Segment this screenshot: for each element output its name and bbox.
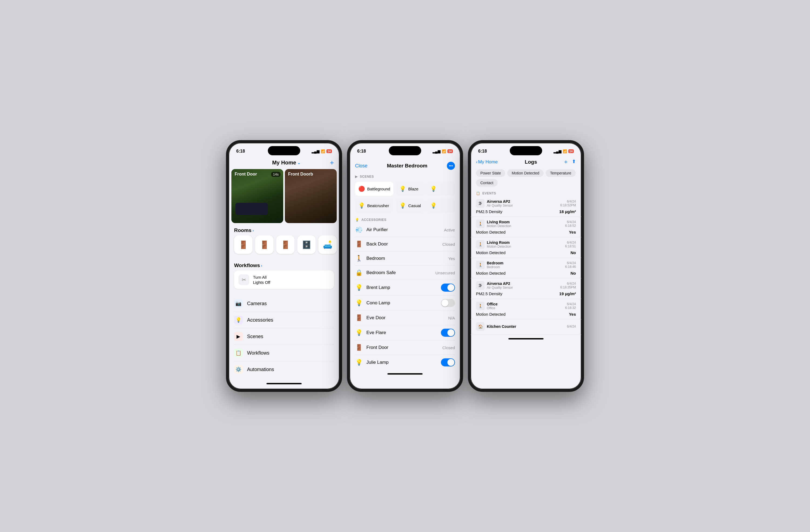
brent-lamp-toggle[interactable] bbox=[441, 284, 455, 292]
accessory-air-purifier[interactable]: 💨 Air Purifier Active bbox=[355, 223, 455, 237]
log-device-info-2: 🚶 Living Room Motion Detection bbox=[476, 240, 511, 249]
rooms-section-title[interactable]: Rooms › bbox=[229, 223, 339, 236]
dynamic-island-3 bbox=[510, 146, 542, 155]
julie-lamp-toggle[interactable] bbox=[441, 358, 455, 367]
log-event-4[interactable]: 🌫 Airversa AP2 Air Quality Sensor 6/4/24… bbox=[471, 278, 581, 299]
menu-item-cameras[interactable]: 📷 Cameras bbox=[234, 295, 334, 312]
log-device-icon-3: 🚶 bbox=[476, 261, 485, 269]
log-event-2[interactable]: 🚶 Living Room Motion Detection 6/4/24 6:… bbox=[471, 237, 581, 258]
cono-lamp-toggle[interactable] bbox=[441, 299, 455, 307]
log-device-icon-5: 🚶 bbox=[476, 302, 485, 310]
camera-card-frontdoorb[interactable]: Front Doorb bbox=[285, 169, 337, 223]
workflow-text: Turn AllLights Off bbox=[253, 275, 270, 285]
log-event-header-6: 🏠 Kitchen Counter 6/4/24 bbox=[476, 322, 576, 331]
scene-blaze[interactable]: 💡 Blaze bbox=[396, 182, 424, 196]
log-event-5[interactable]: 🚶 Office Office 6/4/24 6:18:32 Motion De… bbox=[471, 299, 581, 320]
back-label: My Home bbox=[478, 159, 498, 165]
scene-casual[interactable]: 💡 Casual bbox=[396, 198, 424, 212]
scene-label-casual: Casual bbox=[408, 203, 421, 208]
accessory-eve-flare[interactable]: 💡 Eve Flare bbox=[355, 325, 455, 340]
accessory-front-door[interactable]: 🚪 Front Door Closed bbox=[355, 340, 455, 355]
room-icon-4[interactable]: 🗄️ bbox=[297, 236, 315, 254]
filter-power-state[interactable]: Power State bbox=[476, 169, 505, 177]
share-log-button[interactable]: ⬆ bbox=[572, 159, 576, 165]
status-icons-1: ▂▄▆ 📶 14 bbox=[312, 149, 332, 154]
back-button[interactable]: ‹ My Home bbox=[476, 159, 498, 165]
ellipsis-icon: ••• bbox=[449, 164, 453, 168]
menu-item-accessories[interactable]: 💡 Accessories bbox=[234, 312, 334, 328]
scene-beatcrusher[interactable]: 💡 Beatcrusher bbox=[355, 198, 393, 212]
accessory-eve-door[interactable]: 🚪 Eve Door N/A bbox=[355, 311, 455, 325]
filter-contact[interactable]: Contact bbox=[476, 179, 498, 187]
workflow-card[interactable]: ✂ Turn AllLights Off bbox=[234, 271, 334, 289]
scene-icon-beatcrusher: 💡 bbox=[358, 202, 365, 209]
close-button[interactable]: Close bbox=[355, 163, 368, 169]
scene-battleground[interactable]: 🔴 Battleground bbox=[355, 182, 393, 196]
phone-2: 6:18 ▂▄▆ 📶 14 Close Master Bedroom ••• ▶… bbox=[347, 140, 463, 392]
home-title-container[interactable]: My Home ⌄ bbox=[272, 160, 301, 166]
menu-item-workflows[interactable]: 📋 Workflows bbox=[234, 345, 334, 361]
log-device-text-4: Airversa AP2 Air Quality Sensor bbox=[487, 281, 513, 290]
eve-door-status: N/A bbox=[448, 316, 455, 320]
logs-actions: + ⬆ bbox=[564, 159, 576, 165]
more-options-button[interactable]: ••• bbox=[447, 162, 455, 170]
scene-icon-3: 💡 bbox=[430, 186, 437, 192]
menu-item-automations[interactable]: ⚙️ Automations bbox=[234, 361, 334, 377]
rooms-scroll: 🚪 🚪 🚪 🗄️ 🛋️ 🚪 bbox=[229, 236, 339, 258]
add-button[interactable]: + bbox=[330, 159, 334, 167]
scene-label-battleground: Battleground bbox=[367, 187, 390, 191]
log-event-3[interactable]: 🚶 Bedroom Bedroom 6/4/24 6:18:46 Motion … bbox=[471, 258, 581, 278]
log-event-header-1: 🚶 Living Room Motion Detection 6/4/24 6:… bbox=[476, 220, 576, 228]
log-event-1[interactable]: 🚶 Living Room Motion Detection 6/4/24 6:… bbox=[471, 217, 581, 237]
eve-flare-toggle[interactable] bbox=[441, 329, 455, 337]
scene-6[interactable]: 💡 bbox=[427, 198, 455, 212]
bedroom-safe-status: Unsecured bbox=[435, 271, 455, 275]
filter-temperature[interactable]: Temperature bbox=[546, 169, 576, 177]
log-device-info-1: 🚶 Living Room Motion Detection bbox=[476, 220, 511, 228]
bedroom-icon: 🚶 bbox=[355, 255, 362, 262]
log-device-name-1: Living Room bbox=[487, 220, 511, 224]
eve-flare-name: Eve Flare bbox=[367, 330, 437, 335]
time-1: 6:18 bbox=[236, 149, 245, 154]
workflows-section-title[interactable]: Workflows › bbox=[229, 258, 339, 271]
menu-item-scenes[interactable]: ▶ Scenes bbox=[234, 328, 334, 345]
workflows-chevron-icon: › bbox=[261, 263, 262, 268]
log-device-info-6: 🏠 Kitchen Counter bbox=[476, 322, 516, 331]
eve-flare-icon: 💡 bbox=[355, 329, 362, 336]
scene-3[interactable]: 💡 bbox=[427, 182, 455, 196]
log-metric-0: PM2.5 Density bbox=[476, 209, 502, 214]
room-icon-5[interactable]: 🛋️ bbox=[318, 236, 337, 254]
room-icon-1[interactable]: 🚪 bbox=[234, 236, 253, 254]
accessory-bedroom[interactable]: 🚶 Bedroom Yes bbox=[355, 252, 455, 266]
log-device-sub-2: Motion Detection bbox=[487, 245, 511, 248]
home-title: My Home bbox=[272, 160, 296, 166]
julie-lamp-name: Julie Lamp bbox=[367, 360, 437, 365]
log-metric-5: Motion Detected bbox=[476, 312, 505, 317]
home-indicator-3 bbox=[508, 338, 544, 339]
scene-label-beatcrusher: Beatcrusher bbox=[367, 203, 389, 208]
log-event-0[interactable]: 🌫 Airversa AP2 Air Quality Sensor 6/4/24… bbox=[471, 196, 581, 217]
front-door-icon: 🚪 bbox=[355, 344, 362, 351]
filter-label-power-state: Power State bbox=[480, 171, 501, 175]
filter-label-contact: Contact bbox=[480, 181, 493, 185]
wifi-icon-1: 📶 bbox=[321, 149, 325, 154]
log-device-name-2: Living Room bbox=[487, 240, 511, 245]
accessory-brent-lamp[interactable]: 💡 Brent Lamp bbox=[355, 280, 455, 295]
accessory-back-door[interactable]: 🚪 Back Door Closed bbox=[355, 237, 455, 252]
filter-motion-detected[interactable]: Motion Detected bbox=[507, 169, 544, 177]
rooms-label: Rooms bbox=[234, 227, 252, 233]
room-icon-3[interactable]: 🚪 bbox=[276, 236, 295, 254]
log-event-6[interactable]: 🏠 Kitchen Counter 6/4/24 bbox=[471, 320, 581, 335]
back-door-status: Closed bbox=[442, 242, 455, 246]
log-device-name-3: Bedroom bbox=[487, 261, 503, 265]
add-log-button[interactable]: + bbox=[564, 159, 568, 165]
accessory-cono-lamp[interactable]: 💡 Cono Lamp bbox=[355, 295, 455, 311]
accessory-julie-lamp[interactable]: 💡 Julie Lamp bbox=[355, 355, 455, 370]
log-device-text-1: Living Room Motion Detection bbox=[487, 220, 511, 228]
room-icon-2[interactable]: 🚪 bbox=[255, 236, 274, 254]
log-event-header-0: 🌫 Airversa AP2 Air Quality Sensor 6/4/24… bbox=[476, 199, 576, 208]
camera-card-frontdoor[interactable]: Front Door 14s bbox=[231, 169, 283, 223]
front-door-name: Front Door bbox=[367, 345, 438, 350]
accessory-bedroom-safe[interactable]: 🔒 Bedroom Safe Unsecured bbox=[355, 266, 455, 280]
camera-bg-2 bbox=[285, 169, 337, 223]
